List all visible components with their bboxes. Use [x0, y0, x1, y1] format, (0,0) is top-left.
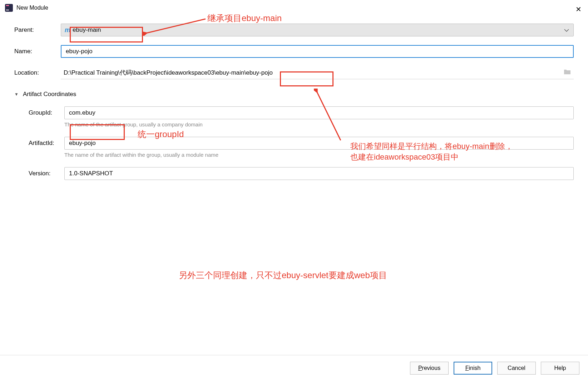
- content: Parent: m ebuy-main Name: Location: D:\P…: [0, 16, 588, 180]
- groupid-label: GroupId:: [29, 109, 64, 116]
- parent-value: ebuy-main: [73, 26, 101, 34]
- location-text-post: ebuy-pojo: [246, 69, 273, 76]
- artifact-section-title: Artifact Coordinates: [23, 91, 76, 98]
- titlebar: New Module: [0, 0, 588, 16]
- intellij-icon: [5, 4, 13, 12]
- parent-label: Parent:: [14, 26, 61, 34]
- svg-rect-1: [6, 5, 9, 6]
- artifactid-hint: The name of the artifact within the grou…: [64, 152, 574, 158]
- name-input[interactable]: [61, 45, 574, 58]
- previous-button[interactable]: Previous: [410, 362, 449, 375]
- folder-icon[interactable]: [564, 69, 571, 76]
- close-icon[interactable]: ✕: [575, 5, 582, 14]
- location-field[interactable]: D:\Practical Training\代码\backProject\ide…: [61, 66, 574, 79]
- button-bar: Previous Finish Cancel Help: [0, 355, 588, 381]
- version-input[interactable]: [64, 167, 574, 180]
- finish-button[interactable]: Finish: [454, 362, 492, 375]
- chevron-down-icon: [564, 27, 569, 33]
- location-row: Location: D:\Practical Training\代码\backP…: [14, 66, 574, 79]
- anno-text-4: 另外三个同理创建，只不过ebuy-servlet要建成web项目: [179, 270, 387, 281]
- parent-row: Parent: m ebuy-main: [14, 24, 574, 36]
- version-row: Version:: [29, 167, 574, 180]
- name-row: Name:: [14, 45, 574, 58]
- groupid-hint: The name of the artifact group, usually …: [64, 121, 574, 127]
- location-label: Location:: [14, 69, 61, 76]
- svg-rect-2: [6, 10, 9, 10]
- maven-icon: m: [65, 26, 70, 34]
- triangle-down-icon: ▼: [14, 92, 19, 97]
- help-button[interactable]: Help: [541, 362, 579, 375]
- groupid-row: GroupId:: [29, 106, 574, 119]
- artifactid-label: ArtifactId:: [29, 140, 64, 147]
- artifact-section: ▼ Artifact Coordinates GroupId: The name…: [14, 91, 574, 180]
- artifactid-row: ArtifactId:: [29, 137, 574, 150]
- window-title: New Module: [16, 5, 48, 11]
- artifactid-input[interactable]: [64, 137, 574, 150]
- cancel-button[interactable]: Cancel: [497, 362, 536, 375]
- groupid-input[interactable]: [64, 106, 574, 119]
- artifact-section-toggle[interactable]: ▼ Artifact Coordinates: [14, 91, 574, 98]
- parent-combo[interactable]: m ebuy-main: [61, 24, 574, 36]
- location-text-pre: D:\Practical Training\代码\backProject\ide…: [64, 69, 214, 77]
- location-text-mid: \ebuy-main\: [214, 69, 246, 76]
- version-label: Version:: [29, 170, 64, 177]
- name-label: Name:: [14, 48, 61, 55]
